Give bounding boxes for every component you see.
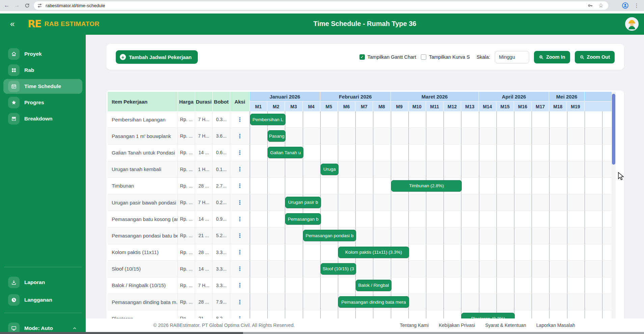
footer-link-laporkan-masalah[interactable]: Laporkan Masalah [536, 323, 575, 328]
week-header-m9: M9 [391, 102, 408, 111]
scrollbar-thumb[interactable] [612, 94, 615, 165]
footer-link-kebijakan-privasi[interactable]: Kebijakan Privasi [439, 323, 475, 328]
week-header-m2: M2 [267, 102, 285, 111]
gantt-bar[interactable]: Kolom paktis (11x11) (3.3%) [338, 247, 409, 258]
zoom-out-label: Zoom Out [587, 54, 610, 60]
gantt-bar[interactable]: Pemasangan pondasi b [303, 230, 356, 241]
browser-menu-icon[interactable]: ⋮ [633, 1, 641, 9]
cell-item: Sloof (10/15) [108, 261, 178, 277]
cell-harga: Rp. ... [178, 194, 195, 211]
cell-item: Balok / Ringbalk (10/15) [108, 277, 178, 294]
row-actions-menu-icon[interactable]: ⋮ [237, 282, 243, 289]
gantt-week-header: M1M2M3M4M5M6M7M8M9M10M11M12M13M14M15M16M… [250, 102, 612, 111]
sidebar-item-proyek[interactable]: Proyek [3, 47, 82, 61]
sidebar-item-rab[interactable]: Rab [3, 63, 82, 78]
brand-mark-icon: RE [28, 18, 41, 30]
gantt-row: Timbunan (2.8%) [250, 178, 612, 194]
cell-durasi: 7 H... [195, 194, 213, 211]
gantt-bar[interactable]: Pemasangan dinding bata mera [338, 296, 409, 308]
row-actions-menu-icon[interactable]: ⋮ [237, 166, 243, 173]
address-bar[interactable]: rabestimator.id/time-schedule ☆ [34, 1, 608, 10]
schedule-table-card: Item PekerjaanHargaDurasiBobotAksi Janua… [106, 90, 624, 327]
gantt-vertical-scrollbar[interactable] [612, 92, 616, 325]
gantt-bar[interactable]: Balok / Ringbal [356, 280, 391, 291]
sidebar-item-label: Proyek [24, 51, 42, 57]
sidebar-item-breakdown[interactable]: Breakdown [3, 111, 82, 126]
site-info-icon[interactable] [37, 3, 42, 8]
table-row: Pembersihan LapanganRp. ...7 H...0.3...⋮… [108, 111, 616, 128]
column-header-bobot: Bobot [213, 92, 230, 111]
gantt-bar[interactable]: Galian Tanah u [268, 147, 303, 158]
gantt-row: Pemasangan b [250, 211, 612, 227]
row-actions-menu-icon[interactable]: ⋮ [237, 232, 243, 239]
browser-toolbar: ← → rabestimator.id/time-schedule ☆ [0, 0, 644, 11]
gantt-bar[interactable]: Timbunan (2.8%) [391, 180, 462, 192]
cell-durasi: 1 H... [195, 161, 213, 177]
cell-item: Pasangan 1 m' bouwplank [108, 128, 178, 144]
sidebar: ProyekRabTime ScheduleProgresBreakdownLa… [0, 35, 86, 334]
cell-item: Urugan tanah kembali [108, 161, 178, 177]
row-actions-menu-icon[interactable]: ⋮ [237, 216, 243, 223]
row-actions-menu-icon[interactable]: ⋮ [237, 199, 243, 206]
cell-item: Urugan pasir bawah pondasi [108, 194, 178, 211]
row-actions-menu-icon[interactable]: ⋮ [237, 133, 243, 140]
gantt-checkbox[interactable]: ✓ [359, 54, 365, 60]
sidebar-item-label: Langganan [24, 297, 52, 303]
url-text[interactable]: rabestimator.id/time-schedule [46, 3, 587, 8]
footer-link-syarat-ketentuan[interactable]: Syarat & Ketentuan [485, 323, 526, 328]
footer: © 2026 RABEstimator. PT Global Optima Ci… [86, 318, 644, 332]
sidebar-item-label: Rab [24, 67, 34, 73]
show-kurva-toggle[interactable]: Tampilkan Kurva S [421, 54, 470, 60]
add-schedule-button[interactable]: + Tambah Jadwal Pekerjaan [116, 50, 198, 64]
row-actions-menu-icon[interactable]: ⋮ [237, 249, 243, 256]
gantt-row: Sloof (10/15) (3 [250, 261, 612, 277]
week-header-m12: M12 [444, 102, 461, 111]
row-actions-menu-icon[interactable]: ⋮ [237, 182, 243, 189]
gantt-row: Galian Tanah u [250, 144, 612, 161]
gantt-bar[interactable]: Pasang [268, 130, 286, 142]
gantt-bar[interactable]: Pemasangan b [285, 213, 321, 225]
kurva-checkbox[interactable] [421, 54, 426, 60]
row-actions-menu-icon[interactable]: ⋮ [237, 116, 243, 123]
gantt-bar[interactable]: Uruga [321, 164, 339, 175]
sidebar-item-label: Breakdown [24, 116, 53, 122]
bookmark-star-icon[interactable]: ☆ [598, 3, 603, 8]
browser-back-icon[interactable]: ← [3, 1, 11, 9]
sidebar-item-time-schedule[interactable]: Time Schedule [3, 79, 82, 94]
zoom-in-button[interactable]: Zoom In [534, 51, 570, 63]
browser-reload-icon[interactable] [23, 1, 31, 9]
gantt-bar[interactable]: Sloof (10/15) (3 [321, 263, 356, 275]
cell-aksi: ⋮ [230, 261, 250, 277]
zoom-out-button[interactable]: Zoom Out [575, 51, 615, 63]
cell-harga: Rp. ... [178, 128, 195, 144]
sidebar-item-laporan[interactable]: Laporan [3, 275, 82, 290]
scale-select[interactable]: Minggu [495, 51, 529, 63]
row-actions-menu-icon[interactable]: ⋮ [237, 149, 243, 156]
sidebar-item-langganan[interactable]: Langganan [3, 293, 82, 307]
table-row: Urugan pasir bawah pondasiRp. ...7 H...0… [108, 194, 616, 211]
show-gantt-toggle[interactable]: ✓ Tampilkan Gantt Chart [359, 54, 416, 60]
row-actions-menu-icon[interactable]: ⋮ [237, 299, 243, 306]
gantt-row: Balok / Ringbal [250, 277, 612, 294]
footer-links: Tentang KamiKebijakan PrivasiSyarat & Ke… [400, 323, 575, 328]
browser-profile-icon[interactable] [621, 1, 629, 9]
archive-icon [11, 116, 17, 122]
star-icon [11, 100, 17, 106]
sidebar-item-progres[interactable]: Progres [3, 95, 82, 110]
add-schedule-button-label: Tambah Jadwal Pekerjaan [129, 54, 192, 60]
kurva-checkbox-label: Tampilkan Kurva S [429, 54, 470, 60]
browser-forward-icon[interactable]: → [13, 1, 21, 9]
monitor-icon [11, 325, 17, 331]
week-header-m3: M3 [285, 102, 302, 111]
cell-durasi: 14 ... [195, 211, 213, 227]
row-actions-menu-icon[interactable]: ⋮ [237, 265, 243, 272]
sidebar-collapse-button[interactable]: « [10, 19, 15, 29]
footer-link-tentang-kami[interactable]: Tentang Kami [400, 323, 429, 328]
sidebar-item-label: Progres [24, 100, 44, 106]
user-avatar[interactable] [625, 17, 639, 31]
cell-aksi: ⋮ [230, 161, 250, 177]
password-key-icon[interactable] [587, 3, 593, 8]
gantt-bar[interactable]: Urugan pasir b [285, 197, 321, 208]
gantt-bar[interactable]: Pembersihan L [250, 114, 286, 125]
week-header-m14: M14 [479, 102, 496, 111]
